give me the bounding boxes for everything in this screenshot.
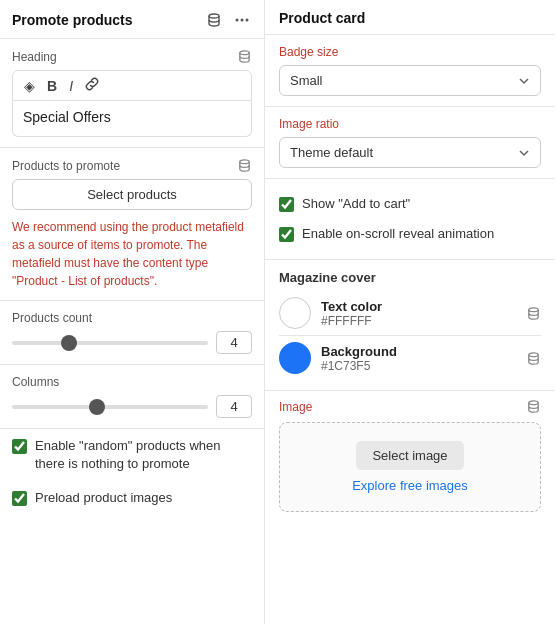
- more-options-btn[interactable]: [232, 10, 252, 30]
- image-upload-area: Select image Explore free images: [279, 422, 541, 512]
- image-ratio-select[interactable]: Theme default Square Portrait Landscape: [279, 137, 541, 168]
- bold-icon[interactable]: B: [44, 77, 60, 95]
- products-count-label: Products count: [12, 311, 92, 325]
- products-db-icon: [237, 158, 252, 173]
- background-db-icon: [526, 351, 541, 366]
- image-ratio-label: Image ratio: [279, 117, 541, 131]
- products-count-section: Products count: [0, 301, 264, 365]
- heading-db-icon: [237, 49, 252, 64]
- background-color-name: Background: [321, 344, 397, 359]
- helper-text-suffix: .: [154, 274, 157, 288]
- svg-point-7: [529, 353, 538, 357]
- heading-section: Heading ◈ B I Special Offers: [0, 39, 264, 148]
- heading-label: Heading: [12, 50, 57, 64]
- text-color-hex: #FFFFFF: [321, 314, 382, 328]
- enable-animation-checkbox[interactable]: [279, 227, 294, 242]
- badge-size-label: Badge size: [279, 45, 541, 59]
- svg-point-6: [529, 308, 538, 312]
- text-toolbar: ◈ B I: [12, 70, 252, 101]
- helper-text: We recommend using the product metafield…: [12, 218, 252, 290]
- database-icon: [206, 12, 222, 28]
- image-section: Image Select image Explore free images: [265, 391, 555, 524]
- svg-point-1: [236, 19, 239, 22]
- products-count-slider[interactable]: [12, 341, 208, 345]
- svg-point-0: [209, 14, 219, 18]
- panel-header: Promote products: [0, 0, 264, 39]
- image-db-icon: [526, 399, 541, 414]
- image-section-label: Image: [279, 399, 541, 414]
- text-color-info: Text color #FFFFFF: [321, 299, 382, 328]
- image-ratio-section: Image ratio Theme default Square Portrai…: [265, 107, 555, 179]
- right-panel-title: Product card: [279, 10, 365, 26]
- svg-point-8: [529, 401, 538, 405]
- preload-images-label: Preload product images: [35, 489, 172, 507]
- explore-free-images-btn[interactable]: Explore free images: [352, 478, 468, 493]
- diamond-icon[interactable]: ◈: [21, 77, 38, 95]
- enable-animation-row: Enable on-scroll reveal animation: [279, 219, 541, 249]
- columns-label: Columns: [12, 375, 59, 389]
- helper-text-quote: "Product - List of products": [12, 274, 154, 288]
- badge-size-select[interactable]: Small Medium Large: [279, 65, 541, 96]
- background-color-row: Background #1C73F5: [279, 336, 541, 380]
- show-add-to-cart-label: Show "Add to cart": [302, 195, 410, 213]
- panel-header-icons: [204, 10, 252, 30]
- magazine-cover-title: Magazine cover: [279, 270, 541, 285]
- right-panel-header: Product card: [265, 0, 555, 35]
- preload-images-checkbox-row: Preload product images: [0, 481, 264, 515]
- image-label-text: Image: [279, 400, 312, 414]
- badge-size-section: Badge size Small Medium Large: [265, 35, 555, 107]
- text-color-db-icon: [526, 306, 541, 321]
- columns-slider[interactable]: [12, 405, 208, 409]
- products-to-promote-label: Products to promote: [12, 159, 120, 173]
- columns-section: Columns: [0, 365, 264, 429]
- link-icon[interactable]: [82, 76, 102, 95]
- random-products-checkbox-row: Enable "random" products when there is n…: [0, 429, 264, 481]
- background-color-hex: #1C73F5: [321, 359, 397, 373]
- text-color-left: Text color #FFFFFF: [279, 297, 382, 329]
- magazine-cover-section: Magazine cover Text color #FFFFFF: [265, 260, 555, 391]
- text-color-circle[interactable]: [279, 297, 311, 329]
- right-panel: Product card Badge size Small Medium Lar…: [265, 0, 555, 624]
- panel-title: Promote products: [12, 12, 133, 28]
- italic-icon[interactable]: I: [66, 77, 76, 95]
- products-count-range-row: [12, 331, 252, 354]
- helper-text-prefix: We recommend using the product metafield…: [12, 220, 244, 270]
- random-products-checkbox[interactable]: [12, 439, 27, 454]
- heading-text-input[interactable]: Special Offers: [12, 101, 252, 137]
- image-ratio-select-wrapper: Theme default Square Portrait Landscape: [279, 137, 541, 168]
- columns-value[interactable]: [216, 395, 252, 418]
- ellipsis-icon: [234, 12, 250, 28]
- select-products-btn[interactable]: Select products: [12, 179, 252, 210]
- text-color-name: Text color: [321, 299, 382, 314]
- database-icon-btn[interactable]: [204, 10, 224, 30]
- left-panel: Promote products: [0, 0, 265, 624]
- badge-size-select-wrapper: Small Medium Large: [279, 65, 541, 96]
- background-color-left: Background #1C73F5: [279, 342, 397, 374]
- svg-point-5: [240, 160, 249, 164]
- text-color-row: Text color #FFFFFF: [279, 291, 541, 335]
- show-add-to-cart-checkbox[interactable]: [279, 197, 294, 212]
- svg-point-4: [240, 51, 249, 55]
- select-image-btn[interactable]: Select image: [356, 441, 463, 470]
- background-color-circle[interactable]: [279, 342, 311, 374]
- random-products-label: Enable "random" products when there is n…: [35, 437, 252, 473]
- svg-point-3: [246, 19, 249, 22]
- show-add-to-cart-row: Show "Add to cart": [279, 189, 541, 219]
- preload-images-checkbox[interactable]: [12, 491, 27, 506]
- products-to-promote-section: Products to promote Select products We r…: [0, 148, 264, 301]
- svg-point-2: [241, 19, 244, 22]
- columns-range-row: [12, 395, 252, 418]
- show-add-to-cart-section: Show "Add to cart" Enable on-scroll reve…: [265, 179, 555, 260]
- products-count-value[interactable]: [216, 331, 252, 354]
- background-color-info: Background #1C73F5: [321, 344, 397, 373]
- enable-animation-label: Enable on-scroll reveal animation: [302, 225, 494, 243]
